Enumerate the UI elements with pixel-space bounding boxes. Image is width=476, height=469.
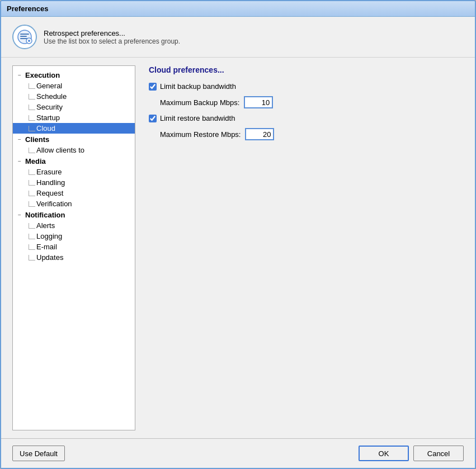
tree-connector xyxy=(29,234,35,239)
tree-item-erasure[interactable]: Erasure xyxy=(13,167,135,177)
tree-connector xyxy=(29,255,35,260)
tree-item-label: Alerts xyxy=(36,221,133,230)
tree-item-clients[interactable]: −Clients xyxy=(13,134,135,145)
toggle-icon: − xyxy=(15,135,24,144)
tree-item-label: Clients xyxy=(25,135,133,144)
tree-item-label: Verification xyxy=(36,200,133,208)
max-backup-label: Maximum Backup Mbps: xyxy=(160,98,239,107)
limit-backup-row: Limit backup bandwidth xyxy=(149,82,458,91)
header-text: Retrospect preferences... Use the list b… xyxy=(44,29,180,45)
max-restore-label: Maximum Restore Mbps: xyxy=(160,130,241,139)
tree-item-execution[interactable]: −Execution xyxy=(13,69,135,80)
main-content: −ExecutionGeneralScheduleSecurityStartup… xyxy=(1,58,475,438)
tree-connector xyxy=(29,94,35,100)
tree-connector xyxy=(29,180,35,186)
header-title: Retrospect preferences... xyxy=(44,29,180,37)
tree-item-label: Handling xyxy=(36,178,133,187)
limit-restore-checkbox[interactable] xyxy=(149,115,157,122)
toggle-icon: − xyxy=(15,157,24,165)
tree-item-label: General xyxy=(36,82,133,90)
header-subtitle: Use the list box to select a preferences… xyxy=(44,37,180,45)
tree-item-label: Security xyxy=(36,103,133,111)
tree-item-label: Media xyxy=(25,157,133,165)
max-backup-row: Maximum Backup Mbps: xyxy=(160,96,458,108)
ok-button[interactable]: OK xyxy=(359,446,409,461)
use-default-button[interactable]: Use Default xyxy=(12,446,65,461)
footer: Use Default OK Cancel xyxy=(1,438,475,468)
tree-item-label: Notification xyxy=(25,211,133,219)
tree-connector xyxy=(29,169,35,175)
tree-item-alerts[interactable]: Alerts xyxy=(13,220,135,231)
tree-connector xyxy=(29,115,35,121)
cancel-button[interactable]: Cancel xyxy=(413,446,464,461)
limit-restore-row: Limit restore bandwidth xyxy=(149,114,458,122)
tree-connector xyxy=(29,126,35,131)
max-restore-row: Maximum Restore Mbps: xyxy=(160,128,458,140)
tree-item-request[interactable]: Request xyxy=(13,188,135,198)
max-restore-input[interactable] xyxy=(245,128,274,140)
toggle-icon: − xyxy=(15,70,24,79)
limit-backup-label: Limit backup bandwidth xyxy=(160,82,236,91)
max-backup-input[interactable] xyxy=(244,96,273,108)
tree-item-label: Request xyxy=(36,189,133,197)
tree-connector xyxy=(29,223,35,229)
footer-right: OK Cancel xyxy=(359,446,464,461)
limit-restore-label: Limit restore bandwidth xyxy=(160,114,235,122)
tree-item-label: E-mail xyxy=(36,243,133,251)
tree-item-label: Updates xyxy=(36,253,133,262)
tree-item-security[interactable]: Security xyxy=(13,102,135,112)
tree-item-label: Logging xyxy=(36,232,133,240)
header-section: Retrospect preferences... Use the list b… xyxy=(1,17,475,58)
svg-rect-1 xyxy=(20,34,29,35)
tree-item-handling[interactable]: Handling xyxy=(13,177,135,188)
tree-item-logging[interactable]: Logging xyxy=(13,231,135,241)
tree-item-label: Cloud xyxy=(36,124,133,132)
tree-item-notification[interactable]: −Notification xyxy=(13,209,135,220)
tree-item-updates[interactable]: Updates xyxy=(13,252,135,263)
limit-backup-checkbox[interactable] xyxy=(149,83,157,91)
tree-connector xyxy=(29,83,35,89)
preferences-window: Preferences Retrospect preferences... Us… xyxy=(0,0,476,469)
tree-panel: −ExecutionGeneralScheduleSecurityStartup… xyxy=(12,65,135,430)
window-title: Preferences xyxy=(7,4,48,13)
svg-point-5 xyxy=(28,40,30,42)
tree-item-label: Erasure xyxy=(36,168,133,176)
tree-connector xyxy=(29,244,35,250)
tree-connector xyxy=(29,191,35,196)
tree-item-startup[interactable]: Startup xyxy=(13,112,135,123)
tree-item-general[interactable]: General xyxy=(13,80,135,91)
tree-connector xyxy=(29,105,35,110)
tree-connector xyxy=(29,148,35,153)
tree-connector xyxy=(29,201,35,207)
right-panel: Cloud preferences... Limit backup bandwi… xyxy=(143,65,464,430)
toggle-icon: − xyxy=(15,210,24,219)
tree-item-email[interactable]: E-mail xyxy=(13,241,135,252)
preferences-icon xyxy=(12,25,37,49)
tree-item-schedule[interactable]: Schedule xyxy=(13,91,135,102)
tree-item-label: Schedule xyxy=(36,92,133,101)
tree-item-label: Allow clients to xyxy=(36,146,133,154)
tree-item-verification[interactable]: Verification xyxy=(13,198,135,209)
tree-item-label: Startup xyxy=(36,113,133,122)
tree-item-cloud[interactable]: Cloud xyxy=(13,123,135,134)
tree-item-media[interactable]: −Media xyxy=(13,155,135,167)
tree-item-label: Execution xyxy=(25,71,133,79)
title-bar: Preferences xyxy=(1,1,475,17)
tree-item-allow-clients-to[interactable]: Allow clients to xyxy=(13,145,135,155)
svg-rect-2 xyxy=(20,36,27,37)
pref-title: Cloud preferences... xyxy=(149,65,458,74)
